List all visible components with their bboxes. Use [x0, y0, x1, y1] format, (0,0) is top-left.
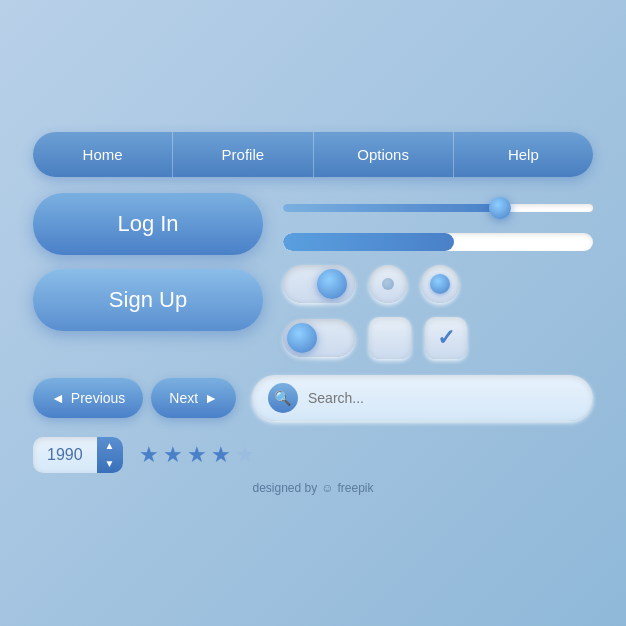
previous-label: Previous: [71, 390, 125, 406]
footer-designed-by: designed by: [252, 481, 317, 495]
radio-inner-1: [382, 278, 394, 290]
year-decrement[interactable]: ▼: [97, 455, 123, 473]
footer-brand: freepik: [337, 481, 373, 495]
bottom-row: ◄ Previous Next ► 🔍: [33, 375, 593, 421]
year-increment[interactable]: ▲: [97, 437, 123, 455]
slider-thumb[interactable]: [489, 197, 511, 219]
star-2[interactable]: ★: [163, 442, 183, 468]
toggle-switch-on[interactable]: [283, 265, 355, 303]
nav-profile[interactable]: Profile: [173, 132, 313, 177]
toggle-row-2: ✓: [283, 317, 593, 359]
toggle-thumb-off: [287, 323, 317, 353]
year-arrows: ▲ ▼: [97, 437, 123, 473]
toggle-row-1: [283, 265, 593, 303]
star-5[interactable]: ★: [235, 442, 255, 468]
chevron-right-icon: ►: [204, 390, 218, 406]
checkmark-icon: ✓: [437, 325, 455, 351]
freepik-logo-icon: ☺: [321, 481, 333, 495]
year-stars-row: 1990 ▲ ▼ ★ ★ ★ ★ ★: [33, 437, 593, 473]
star-4[interactable]: ★: [211, 442, 231, 468]
search-bar: 🔍: [252, 375, 593, 421]
radio-button-1[interactable]: [369, 265, 407, 303]
next-button[interactable]: Next ►: [151, 378, 236, 418]
right-controls: ✓: [283, 193, 593, 359]
next-label: Next: [169, 390, 198, 406]
progress-bar: [283, 233, 593, 251]
middle-row: Log In Sign Up: [33, 193, 593, 359]
signup-button[interactable]: Sign Up: [33, 269, 263, 331]
search-icon: 🔍: [268, 383, 298, 413]
toggle-thumb-on: [317, 269, 347, 299]
radio-inner-2: [430, 274, 450, 294]
slider-track[interactable]: [283, 204, 593, 212]
star-rating: ★ ★ ★ ★ ★: [139, 442, 255, 468]
navigation-bar: Home Profile Options Help: [33, 132, 593, 177]
pagination-buttons: ◄ Previous Next ►: [33, 378, 236, 418]
toggle-switch-off[interactable]: [283, 319, 355, 357]
square-button[interactable]: [369, 317, 411, 359]
login-button[interactable]: Log In: [33, 193, 263, 255]
footer: designed by ☺ freepik: [252, 481, 373, 495]
slider-container: [283, 197, 593, 219]
nav-options[interactable]: Options: [314, 132, 454, 177]
checkmark-button[interactable]: ✓: [425, 317, 467, 359]
star-1[interactable]: ★: [139, 442, 159, 468]
slider-fill: [283, 204, 500, 212]
nav-help[interactable]: Help: [454, 132, 593, 177]
star-3[interactable]: ★: [187, 442, 207, 468]
search-input[interactable]: [308, 390, 577, 406]
ui-kit-container: Home Profile Options Help Log In Sign Up: [33, 132, 593, 473]
nav-home[interactable]: Home: [33, 132, 173, 177]
chevron-left-icon: ◄: [51, 390, 65, 406]
left-buttons: Log In Sign Up: [33, 193, 263, 331]
progress-fill: [283, 233, 454, 251]
previous-button[interactable]: ◄ Previous: [33, 378, 143, 418]
year-stepper: 1990 ▲ ▼: [33, 437, 123, 473]
year-value: 1990: [33, 438, 97, 472]
radio-button-2[interactable]: [421, 265, 459, 303]
